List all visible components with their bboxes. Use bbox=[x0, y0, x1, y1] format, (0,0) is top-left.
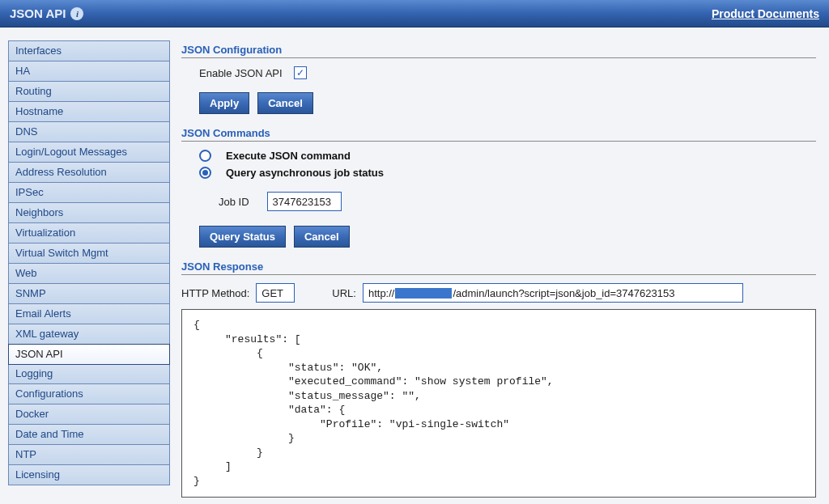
enable-json-api-checkbox[interactable]: ✓ bbox=[294, 66, 307, 79]
cancel-button[interactable]: Cancel bbox=[257, 92, 313, 114]
sidebar-item-hostname[interactable]: Hostname bbox=[9, 102, 169, 122]
sidebar-item-dns[interactable]: DNS bbox=[9, 122, 169, 142]
command-option-label: Execute JSON command bbox=[226, 150, 351, 162]
url-label: URL: bbox=[332, 287, 356, 299]
url-suffix: /admin/launch?script=json&job_id=3747623… bbox=[453, 287, 674, 299]
http-method-input[interactable] bbox=[256, 283, 295, 303]
sidebar-item-web[interactable]: Web bbox=[9, 264, 169, 284]
sidebar-item-neighbors[interactable]: Neighbors bbox=[9, 203, 169, 223]
url-prefix: http:// bbox=[368, 287, 395, 299]
commands-cancel-button[interactable]: Cancel bbox=[294, 226, 350, 248]
sidebar-item-logging[interactable]: Logging bbox=[9, 364, 169, 384]
config-button-row: Apply Cancel bbox=[199, 92, 816, 114]
product-documents-link[interactable]: Product Documents bbox=[712, 7, 819, 20]
sidebar: InterfacesHARoutingHostnameDNSLogin/Logo… bbox=[8, 40, 170, 485]
apply-button[interactable]: Apply bbox=[199, 92, 249, 114]
sidebar-item-json-api[interactable]: JSON API bbox=[8, 344, 170, 365]
topbar: JSON API i Product Documents bbox=[0, 0, 829, 28]
sidebar-item-ha[interactable]: HA bbox=[9, 61, 169, 82]
sidebar-item-date-and-time[interactable]: Date and Time bbox=[9, 425, 169, 445]
sidebar-item-virtualization[interactable]: Virtualization bbox=[9, 223, 169, 244]
job-id-label: Job ID bbox=[219, 196, 249, 208]
topbar-left: JSON API i bbox=[10, 6, 83, 20]
radio-icon bbox=[199, 150, 211, 162]
command-option-1[interactable]: Query asynchronous job status bbox=[199, 167, 816, 179]
sidebar-item-xml-gateway[interactable]: XML gateway bbox=[9, 324, 169, 345]
sidebar-item-routing[interactable]: Routing bbox=[9, 82, 169, 102]
url-redacted-host bbox=[395, 288, 452, 299]
enable-json-api-label: Enable JSON API bbox=[199, 67, 283, 79]
job-id-input[interactable] bbox=[267, 192, 342, 211]
http-row: HTTP Method: URL: http:// /admin/launch?… bbox=[181, 283, 816, 303]
query-status-button[interactable]: Query Status bbox=[199, 226, 286, 248]
section-json-commands: JSON Commands bbox=[181, 127, 816, 142]
info-icon[interactable]: i bbox=[70, 7, 83, 20]
layout: InterfacesHARoutingHostnameDNSLogin/Logo… bbox=[0, 28, 829, 504]
main: JSON Configuration Enable JSON API ✓ App… bbox=[181, 40, 821, 498]
job-id-row: Job ID bbox=[219, 192, 816, 211]
sidebar-item-interfaces[interactable]: Interfaces bbox=[9, 41, 169, 61]
sidebar-item-snmp[interactable]: SNMP bbox=[9, 284, 169, 304]
sidebar-item-login-logout-messages[interactable]: Login/Logout Messages bbox=[9, 142, 169, 163]
section-json-configuration: JSON Configuration bbox=[181, 44, 816, 58]
sidebar-item-licensing[interactable]: Licensing bbox=[9, 465, 169, 485]
commands-button-row: Query Status Cancel bbox=[199, 226, 816, 248]
command-option-0[interactable]: Execute JSON command bbox=[199, 150, 816, 162]
http-method-label: HTTP Method: bbox=[181, 287, 249, 299]
page-title: JSON API bbox=[10, 6, 66, 20]
sidebar-item-email-alerts[interactable]: Email Alerts bbox=[9, 304, 169, 324]
response-body[interactable]: { "results": [ { "status": "OK", "execut… bbox=[181, 309, 816, 498]
radio-icon bbox=[199, 167, 211, 179]
sidebar-item-configurations[interactable]: Configurations bbox=[9, 384, 169, 404]
sidebar-item-address-resolution[interactable]: Address Resolution bbox=[9, 163, 169, 183]
url-input[interactable]: http:// /admin/launch?script=json&job_id… bbox=[363, 283, 743, 303]
commands-radio-group: Execute JSON commandQuery asynchronous j… bbox=[199, 150, 816, 179]
sidebar-item-docker[interactable]: Docker bbox=[9, 404, 169, 425]
enable-json-api-row: Enable JSON API ✓ bbox=[199, 66, 816, 79]
sidebar-item-ipsec[interactable]: IPSec bbox=[9, 183, 169, 203]
sidebar-item-virtual-switch-mgmt[interactable]: Virtual Switch Mgmt bbox=[9, 244, 169, 264]
command-option-label: Query asynchronous job status bbox=[226, 167, 384, 179]
sidebar-item-ntp[interactable]: NTP bbox=[9, 445, 169, 465]
section-json-response: JSON Response bbox=[181, 260, 816, 275]
